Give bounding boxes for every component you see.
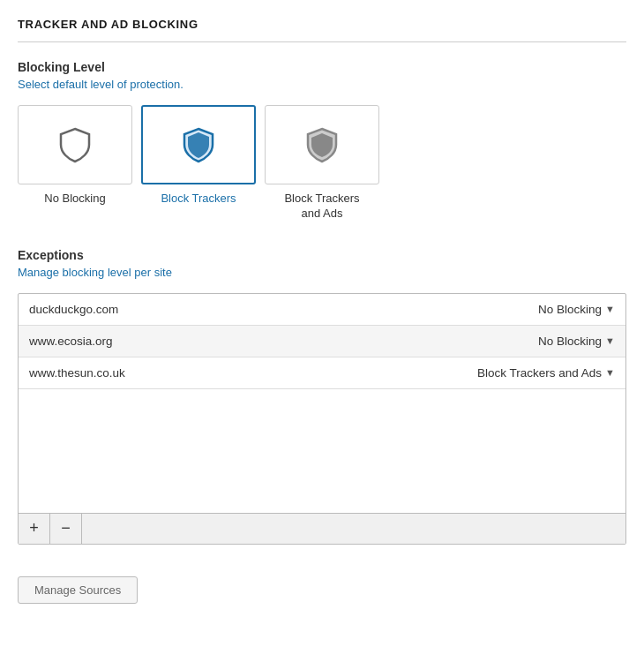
- blocking-label-block-trackers: Block Trackers: [161, 192, 236, 207]
- site-name: www.ecosia.org: [29, 335, 113, 348]
- exceptions-subtitle: Manage blocking level per site: [18, 266, 626, 279]
- title-divider: [18, 41, 626, 42]
- blocking-level-section: Blocking Level Select default level of p…: [18, 60, 626, 222]
- add-row-button[interactable]: +: [19, 514, 50, 544]
- manage-sources-button[interactable]: Manage Sources: [18, 576, 138, 604]
- blocking-options-group: No Blocking Block Trackers Block Tracker…: [18, 105, 626, 222]
- shield-outline-icon: [56, 125, 94, 164]
- blocking-option-block-trackers[interactable]: Block Trackers: [141, 105, 256, 222]
- level-dropdown[interactable]: No Blocking ▼: [538, 303, 615, 316]
- level-value: No Blocking: [538, 303, 602, 316]
- chevron-down-icon: ▼: [605, 335, 615, 346]
- table-row: www.ecosia.org No Blocking ▼: [19, 326, 625, 357]
- blocking-option-block-trackers-ads[interactable]: Block Trackersand Ads: [265, 105, 379, 222]
- chevron-down-icon: ▼: [605, 304, 615, 314]
- blocking-card-no-blocking[interactable]: [18, 105, 132, 184]
- chevron-down-icon: ▼: [605, 367, 615, 378]
- level-dropdown[interactable]: Block Trackers and Ads ▼: [477, 366, 615, 380]
- site-name: duckduckgo.com: [29, 303, 118, 316]
- exceptions-table: duckduckgo.com No Blocking ▼ www.ecosia.…: [18, 293, 626, 545]
- exceptions-section: Exceptions Manage blocking level per sit…: [18, 248, 626, 545]
- site-name: www.thesun.co.uk: [29, 366, 125, 380]
- exceptions-label: Exceptions: [18, 248, 626, 262]
- blocking-label-no-blocking: No Blocking: [44, 192, 105, 207]
- table-row: duckduckgo.com No Blocking ▼: [19, 294, 625, 326]
- table-row: www.thesun.co.uk Block Trackers and Ads …: [19, 357, 625, 389]
- table-footer: + −: [19, 513, 625, 544]
- blocking-card-block-trackers-ads[interactable]: [265, 105, 379, 184]
- footer-spacer: [82, 514, 625, 544]
- blocking-level-subtitle: Select default level of protection.: [18, 78, 626, 91]
- blocking-card-block-trackers[interactable]: [141, 105, 256, 184]
- level-value: No Blocking: [538, 335, 602, 348]
- page-title: TRACKER AND AD BLOCKING: [18, 18, 626, 31]
- level-dropdown[interactable]: No Blocking ▼: [538, 335, 615, 348]
- blocking-level-label: Blocking Level: [18, 60, 626, 74]
- shield-filled-icon: [179, 125, 218, 164]
- level-value: Block Trackers and Ads: [477, 366, 602, 380]
- blocking-label-block-trackers-ads: Block Trackersand Ads: [284, 192, 359, 222]
- shield-dark-icon: [303, 125, 341, 164]
- empty-table-area: [19, 389, 625, 513]
- remove-row-button[interactable]: −: [50, 514, 82, 544]
- blocking-option-no-blocking[interactable]: No Blocking: [18, 105, 132, 222]
